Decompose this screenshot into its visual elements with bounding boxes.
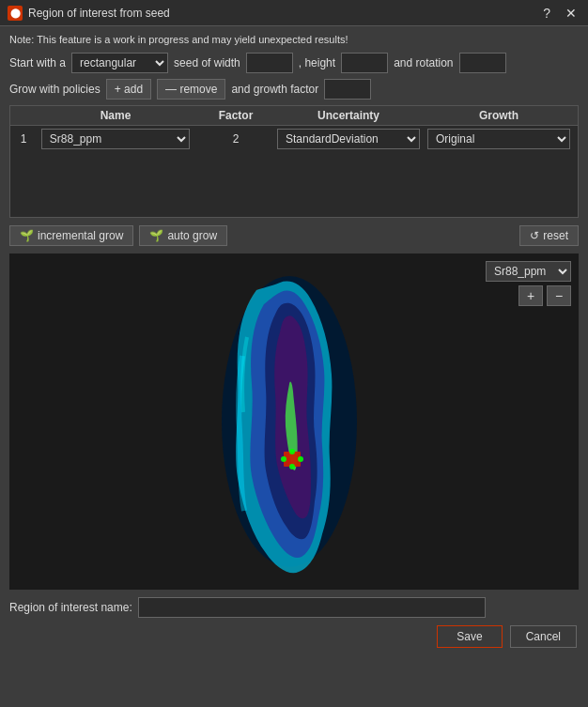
- roi-name-row: Region of interest name:: [9, 597, 579, 618]
- viz-plus-button[interactable]: +: [518, 285, 543, 306]
- grow-left-buttons: 🌱 incremental grow 🌱 auto grow: [9, 225, 227, 246]
- title-bar-right: ? ✕: [539, 4, 580, 23]
- note-text: Note: This feature is a work in progress…: [9, 34, 579, 45]
- growth-factor-input[interactable]: 1: [324, 79, 371, 100]
- auto-grow-label: auto grow: [167, 229, 217, 242]
- table-header: Name Factor Uncertainty Growth: [10, 106, 578, 126]
- seed-height-input[interactable]: 279: [341, 53, 388, 73]
- row-name-cell: Sr88_ppm Ca43_ppm: [33, 129, 198, 149]
- title-bar: ⬤ Region of interest from seed ? ✕: [0, 0, 588, 26]
- height-label: , height: [299, 56, 335, 69]
- col-num: [14, 109, 33, 122]
- auto-grow-button[interactable]: 🌱 auto grow: [139, 225, 227, 246]
- viz-minus-button[interactable]: −: [547, 285, 571, 306]
- add-policy-button[interactable]: + add: [106, 79, 151, 100]
- visualization-area: Sr88_ppm Ca43_ppm Mg24_ppm + −: [9, 254, 579, 590]
- viz-channel-row: Sr88_ppm Ca43_ppm Mg24_ppm: [486, 261, 571, 282]
- incremental-grow-button[interactable]: 🌱 incremental grow: [9, 225, 133, 246]
- viz-channel-select[interactable]: Sr88_ppm Ca43_ppm Mg24_ppm: [486, 261, 571, 282]
- viz-zoom-row: + −: [518, 285, 571, 306]
- svg-point-2: [281, 456, 286, 462]
- row-growth-cell: Original Additive Multiplicative: [424, 129, 574, 149]
- col-name: Name: [33, 109, 198, 122]
- grow-policies-row: Grow with policies + add — remove and gr…: [9, 79, 579, 100]
- auto-grow-icon: 🌱: [149, 229, 163, 242]
- row-name-select[interactable]: Sr88_ppm Ca43_ppm: [41, 129, 190, 149]
- window-title: Region of interest from seed: [28, 7, 170, 20]
- col-uncertainty: Uncertainty: [273, 109, 424, 122]
- save-button[interactable]: Save: [437, 625, 502, 648]
- start-row: Start with a rectangular elliptical free…: [9, 53, 579, 73]
- row-growth-select[interactable]: Original Additive Multiplicative: [427, 129, 570, 149]
- reset-button[interactable]: ↺ reset: [519, 225, 579, 246]
- seed-width-input[interactable]: 279: [246, 53, 293, 73]
- svg-point-5: [289, 464, 295, 469]
- remove-policy-button[interactable]: — remove: [157, 79, 225, 100]
- row-number: 1: [14, 132, 33, 146]
- seed-width-label: seed of width: [174, 56, 240, 69]
- start-label: Start with a: [9, 56, 66, 69]
- rotation-input[interactable]: 0: [459, 53, 506, 73]
- roi-name-input[interactable]: [138, 597, 486, 618]
- cancel-button[interactable]: Cancel: [510, 625, 577, 648]
- close-button[interactable]: ✕: [562, 4, 580, 23]
- viz-controls: Sr88_ppm Ca43_ppm Mg24_ppm + −: [486, 261, 571, 306]
- roi-name-label: Region of interest name:: [9, 601, 132, 614]
- rotation-label: and rotation: [394, 56, 453, 69]
- grow-controls: 🌱 incremental grow 🌱 auto grow ↺ reset: [9, 225, 579, 246]
- row-uncertainty-cell: StandardDeviation Variance None: [273, 129, 424, 149]
- svg-point-4: [289, 449, 295, 454]
- incremental-grow-label: incremental grow: [38, 229, 123, 242]
- policies-table: Name Factor Uncertainty Growth 1 Sr88_pp…: [9, 105, 579, 218]
- title-bar-left: ⬤ Region of interest from seed: [8, 6, 170, 21]
- svg-point-3: [298, 456, 303, 462]
- main-content: Note: This feature is a work in progress…: [0, 26, 588, 655]
- col-growth: Growth: [424, 109, 574, 122]
- help-button[interactable]: ?: [539, 4, 554, 23]
- reset-icon: ↺: [530, 229, 539, 242]
- row-factor-value: 2: [233, 132, 240, 146]
- row-uncertainty-select[interactable]: StandardDeviation Variance None: [277, 129, 420, 149]
- reset-label: reset: [543, 229, 568, 242]
- incremental-grow-icon: 🌱: [20, 229, 34, 242]
- table-row: 1 Sr88_ppm Ca43_ppm 2 StandardDeviation …: [10, 126, 578, 152]
- col-factor: Factor: [198, 109, 273, 122]
- seed-type-select[interactable]: rectangular elliptical freehand: [71, 53, 168, 73]
- growth-factor-label: and growth factor: [231, 83, 318, 96]
- footer-buttons: Save Cancel: [9, 625, 579, 648]
- grow-policies-label: Grow with policies: [9, 83, 101, 96]
- heatmap-svg: [200, 262, 388, 581]
- app-icon: ⬤: [8, 6, 23, 21]
- row-factor-cell: 2: [198, 132, 273, 146]
